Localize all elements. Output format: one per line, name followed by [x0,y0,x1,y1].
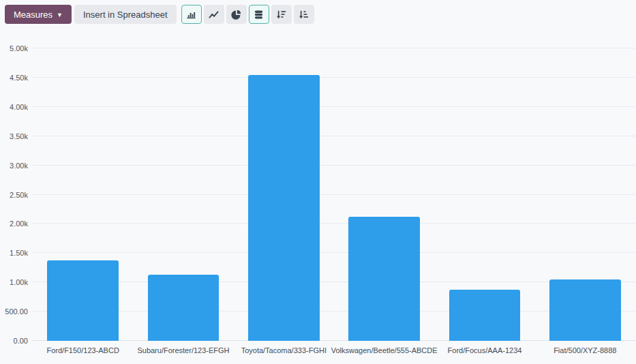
bar-chart-mode-button[interactable] [181,5,202,24]
measures-button[interactable]: Measures ▼ [5,5,72,24]
x-axis-category-label: Subaru/Forester/123-EFGH [137,346,229,354]
x-axis-category-label: Toyota/Tacoma/333-FGHI [241,346,327,354]
y-axis-tick-label: 1.50k [10,249,28,257]
y-axis-tick-label: 3.00k [10,162,28,170]
insert-in-spreadsheet-label: Insert in Spreadsheet [83,10,168,20]
sort-ascending-button[interactable] [294,5,314,24]
category-slot: Ford/Focus/AAA-1234 [434,48,534,341]
category-slot: Fiat/500/XYZ-8888 [535,48,635,341]
x-axis-category-label: Volkswagen/Beetle/555-ABCDE [331,346,438,354]
bar-6[interactable] [549,279,621,341]
stacked-toggle-button[interactable] [249,5,269,24]
database-icon [254,10,264,20]
y-axis-tick-label: 3.50k [10,132,28,140]
sort-asc-icon [299,10,309,20]
category-slot: Ford/F150/123-ABCD [33,48,133,341]
insert-in-spreadsheet-button[interactable]: Insert in Spreadsheet [74,5,177,24]
bar-chart: 0.00500.001.00k1.50k2.00k2.50k3.00k3.50k… [0,27,636,364]
y-axis-tick-label: 0.00 [14,337,28,345]
x-axis-category-label: Ford/F150/123-ABCD [46,346,119,354]
bars-container: Ford/F150/123-ABCDSubaru/Forester/123-EF… [33,48,635,341]
x-axis-category-label: Ford/Focus/AAA-1234 [448,346,522,354]
pie-chart-mode-button[interactable] [226,5,247,24]
category-slot: Volkswagen/Beetle/555-ABCDE [334,48,434,341]
y-axis-tick-label: 1.00k [10,278,28,286]
y-axis-tick-label: 2.00k [10,219,28,228]
pie-chart-icon [231,10,241,20]
category-slot: Toyota/Tacoma/333-FGHI [234,48,334,341]
bar-4[interactable] [348,217,420,341]
y-axis-tick-label: 4.50k [10,74,28,82]
y-axis-tick-label: 4.00k [10,103,28,111]
bar-2[interactable] [148,275,219,341]
y-axis-tick-label: 500.00 [5,307,28,316]
y-axis-tick-label: 2.50k [10,191,28,199]
x-axis-category-label: Fiat/500/XYZ-8888 [554,346,616,354]
sort-desc-icon [276,10,286,20]
y-axis-tick-label: 5.00k [10,44,28,52]
measures-button-label: Measures [14,10,52,20]
chart-controls-group [181,5,314,24]
caret-down-icon: ▼ [57,12,63,18]
toolbar: Measures ▼ Insert in Spreadsheet [5,4,636,25]
plot-area: 0.00500.001.00k1.50k2.00k2.50k3.00k3.50k… [33,48,635,341]
bar-1[interactable] [47,260,119,341]
bar-chart-icon [186,10,196,20]
bar-3[interactable] [248,75,320,341]
line-chart-icon [209,10,219,20]
line-chart-mode-button[interactable] [204,5,224,24]
bar-5[interactable] [449,290,521,342]
sort-descending-button[interactable] [271,5,292,24]
category-slot: Subaru/Forester/123-EFGH [133,48,233,341]
